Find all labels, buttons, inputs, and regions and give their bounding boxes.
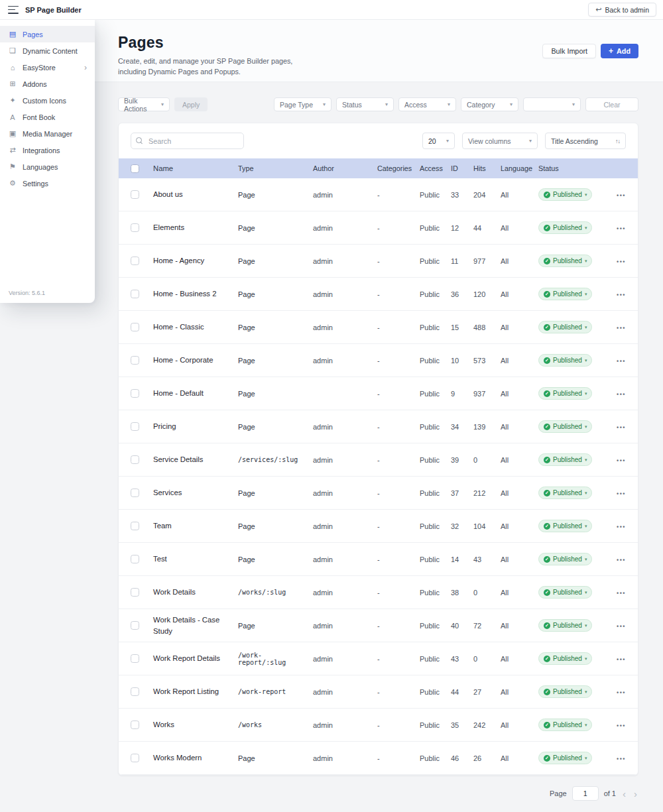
cell-type: Page [238, 555, 313, 563]
page-type-filter[interactable]: Page Type ▾ [274, 97, 332, 111]
row-checkbox[interactable] [131, 754, 139, 762]
sidebar-item-easystore[interactable]: ⌂ EasyStore › [0, 59, 95, 76]
check-circle-icon: ✓ [544, 390, 550, 397]
apply-button[interactable]: Apply [174, 97, 208, 111]
sidebar-item-addons[interactable]: ⊞ Addons [0, 76, 95, 92]
sidebar-item-font-book[interactable]: A Font Book [0, 109, 95, 125]
status-badge[interactable]: ✓ Published ▾ [538, 288, 592, 300]
status-badge[interactable]: ✓ Published ▾ [538, 321, 592, 333]
row-actions-button[interactable]: ••• [617, 491, 626, 497]
row-checkbox[interactable] [131, 257, 139, 265]
view-columns-select[interactable]: View columns ▾ [462, 133, 538, 149]
row-checkbox[interactable] [131, 223, 139, 232]
back-to-admin-button[interactable]: ↩ Back to admin [588, 3, 656, 17]
row-checkbox[interactable] [131, 389, 139, 398]
search-input[interactable] [131, 133, 244, 149]
select-all-checkbox[interactable] [131, 164, 139, 173]
row-actions-button[interactable]: ••• [617, 590, 626, 597]
row-actions-button[interactable]: ••• [617, 391, 626, 398]
cell-hits: 26 [473, 754, 501, 762]
status-badge[interactable]: ✓ Published ▾ [538, 520, 592, 532]
status-badge[interactable]: ✓ Published ▾ [538, 387, 592, 400]
clear-filters-button[interactable]: Clear [585, 97, 638, 111]
row-checkbox[interactable] [131, 323, 139, 331]
row-checkbox[interactable] [131, 190, 139, 199]
status-badge[interactable]: ✓ Published ▾ [538, 685, 592, 698]
status-badge[interactable]: ✓ Published ▾ [538, 188, 592, 201]
row-checkbox[interactable] [131, 687, 139, 696]
row-checkbox[interactable] [131, 422, 139, 431]
back-arrow-icon: ↩ [595, 5, 601, 14]
bulk-actions-select[interactable]: Bulk Actions ▾ [118, 97, 170, 111]
row-actions-button[interactable]: ••• [617, 524, 626, 530]
row-actions-button[interactable]: ••• [617, 557, 626, 563]
row-actions-button[interactable]: ••• [617, 656, 626, 663]
row-actions-button[interactable]: ••• [617, 689, 626, 696]
chevron-right-icon[interactable]: › [633, 789, 638, 799]
status-badge[interactable]: ✓ Published ▾ [538, 487, 592, 499]
row-actions-button[interactable]: ••• [617, 192, 626, 199]
row-actions-button[interactable]: ••• [617, 723, 626, 729]
status-badge[interactable]: ✓ Published ▾ [538, 221, 592, 234]
cell-name: Services [153, 487, 238, 498]
cell-type: Page [238, 489, 313, 497]
page-number-input[interactable] [572, 786, 599, 801]
cell-language: All [501, 589, 538, 597]
sidebar-item-custom-icons[interactable]: ✦ Custom Icons [0, 92, 95, 109]
sidebar-item-integrations[interactable]: ⇄ Integrations [0, 142, 95, 158]
row-actions-button[interactable]: ••• [617, 756, 626, 762]
status-badge[interactable]: ✓ Published ▾ [538, 453, 592, 466]
chevron-down-icon: ▾ [385, 101, 388, 107]
cell-categories: - [377, 688, 420, 696]
sidebar-item-dynamic-content[interactable]: ❏ Dynamic Content [0, 42, 95, 59]
sidebar-item-languages[interactable]: ⚑ Languages [0, 158, 95, 175]
row-actions-button[interactable]: ••• [617, 259, 626, 265]
status-label: Published [553, 589, 582, 596]
row-checkbox[interactable] [131, 588, 139, 597]
cell-type: /work-report/:slug [238, 652, 313, 666]
row-actions-button[interactable]: ••• [617, 623, 626, 630]
row-checkbox[interactable] [131, 555, 139, 563]
per-page-select[interactable]: 20 ▾ [422, 133, 455, 149]
cell-type: /services/:slug [238, 456, 313, 463]
status-badge[interactable]: ✓ Published ▾ [538, 354, 592, 367]
row-actions-button[interactable]: ••• [617, 457, 626, 464]
table-row: Work Details /works/:slug admin - Public… [119, 576, 638, 609]
chevron-left-icon[interactable]: ‹ [621, 789, 627, 799]
row-checkbox[interactable] [131, 654, 139, 663]
sidebar-item-settings[interactable]: ⚙ Settings [0, 175, 95, 192]
sort-select[interactable]: Title Ascending ↑↓ [545, 133, 626, 149]
row-checkbox[interactable] [131, 621, 139, 630]
row-checkbox[interactable] [131, 489, 139, 497]
status-badge[interactable]: ✓ Published ▾ [538, 752, 592, 764]
row-checkbox[interactable] [131, 356, 139, 365]
status-badge[interactable]: ✓ Published ▾ [538, 420, 592, 433]
status-filter[interactable]: Status ▾ [336, 97, 394, 111]
row-actions-button[interactable]: ••• [617, 424, 626, 431]
status-badge[interactable]: ✓ Published ▾ [538, 553, 592, 565]
row-checkbox[interactable] [131, 522, 139, 530]
add-button[interactable]: + Add [601, 44, 638, 58]
pagination: Page of 1 ‹ › [0, 786, 638, 801]
status-badge[interactable]: ✓ Published ▾ [538, 652, 592, 665]
row-actions-button[interactable]: ••• [617, 292, 626, 298]
row-actions-button[interactable]: ••• [617, 225, 626, 232]
row-actions-button[interactable]: ••• [617, 358, 626, 365]
row-checkbox[interactable] [131, 455, 139, 464]
menu-toggle-icon[interactable] [8, 6, 19, 14]
status-badge[interactable]: ✓ Published ▾ [538, 255, 592, 267]
status-badge[interactable]: ✓ Published ▾ [538, 619, 592, 632]
row-checkbox[interactable] [131, 721, 139, 729]
cell-categories: - [377, 423, 420, 431]
sidebar-item-media-manager[interactable]: ▣ Media Manager [0, 125, 95, 142]
row-actions-button[interactable]: ••• [617, 325, 626, 331]
status-badge[interactable]: ✓ Published ▾ [538, 719, 592, 731]
row-checkbox[interactable] [131, 290, 139, 298]
cell-access: Public [420, 688, 451, 696]
language-filter[interactable]: ▾ [523, 97, 581, 111]
category-filter[interactable]: Category ▾ [461, 97, 518, 111]
status-badge[interactable]: ✓ Published ▾ [538, 586, 592, 599]
access-filter[interactable]: Access ▾ [398, 97, 456, 111]
bulk-import-button[interactable]: Bulk Import [542, 44, 596, 58]
sidebar-item-pages[interactable]: ▤ Pages [0, 26, 95, 42]
